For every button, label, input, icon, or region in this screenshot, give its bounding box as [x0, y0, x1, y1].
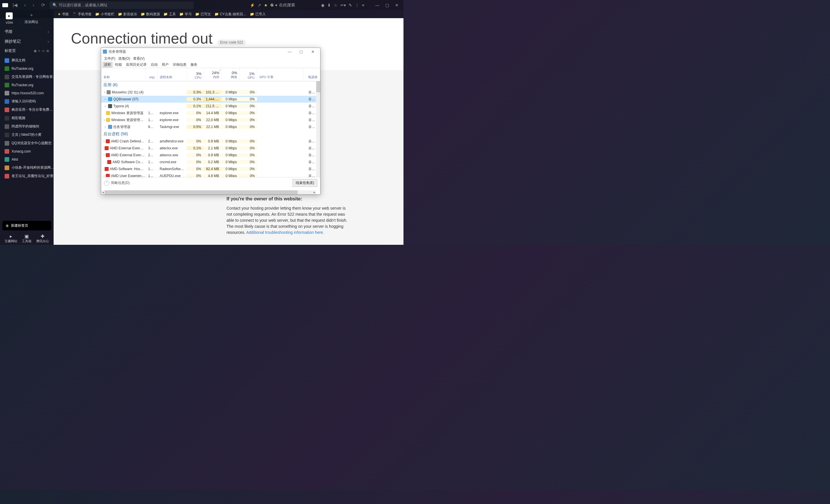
- tm-process-row[interactable]: AMD External Even…3764atieclxx.exe0.1%2.…: [101, 145, 320, 152]
- tm-process-row[interactable]: ›Windows 资源管理…11508explorer.exe0%22.0 MB…: [101, 117, 320, 123]
- view-icon-3[interactable]: ▭: [42, 49, 45, 53]
- bookmark-item[interactable]: 📁影音娱乐: [118, 12, 137, 17]
- download-icon[interactable]: ⬇: [327, 3, 331, 7]
- menu-icon[interactable]: ≡: [362, 3, 364, 7]
- fav-icon[interactable]: ☆: [334, 3, 338, 7]
- sidebar-section-notes[interactable]: 摘抄笔记›: [0, 37, 54, 46]
- more-icon[interactable]: ⋮: [355, 3, 359, 7]
- address-bar[interactable]: 🔍 可以进行搜索，或者输入网址: [50, 1, 194, 9]
- bottom-bar-item[interactable]: ▸宝藏网站: [5, 233, 17, 243]
- sidebar-item[interactable]: 主页 | Nite07的小窝: [0, 131, 54, 139]
- sidebar-item[interactable]: 阿虚同学的储物间: [0, 122, 54, 131]
- bookmark-item[interactable]: ★书签: [58, 12, 69, 17]
- th-name[interactable]: 名称: [101, 68, 146, 81]
- nav-back[interactable]: ‹: [22, 1, 28, 9]
- sidebar-item[interactable]: 请输入访问密码: [0, 97, 54, 105]
- tm-process-row[interactable]: ›任务管理器8976Taskmgr.exe0.5%22.1 MB0 Mbps0%…: [101, 123, 320, 130]
- th-cpu[interactable]: 3%CPU: [187, 68, 204, 81]
- tm-tab[interactable]: 应用历史记录: [124, 62, 149, 68]
- view-icon-4[interactable]: ⊞: [46, 49, 49, 53]
- th-mem[interactable]: 24%内存: [204, 68, 222, 81]
- sidebar-item[interactable]: Xunacg.com: [0, 147, 54, 155]
- sidebar-item[interactable]: 精彩视频: [0, 114, 54, 122]
- view-icon-2[interactable]: ≡: [38, 49, 40, 53]
- edit-icon[interactable]: ✎: [349, 3, 352, 7]
- sidebar-item[interactable]: https://xxxxx520.com: [0, 89, 54, 97]
- sidebar-item[interactable]: 老王论坛_原魔性论坛_好资…: [0, 172, 54, 180]
- th-gpueng[interactable]: GPU 引擎: [257, 68, 303, 81]
- bookmark-item[interactable]: 📁数码资源: [141, 12, 160, 17]
- sidebar-toggle[interactable]: |◀: [10, 1, 20, 9]
- window-minimize[interactable]: —: [373, 3, 382, 7]
- bookmark-item[interactable]: 📁CY合集·抽奖回…: [215, 12, 247, 17]
- tm-process-row[interactable]: ›QQBrowser (37)0.3%1,444.7 …0 Mbps0%非常低: [101, 96, 320, 103]
- tm-end-task-button[interactable]: 结束任务(E): [292, 179, 317, 187]
- th-net[interactable]: 0%网络: [222, 68, 240, 81]
- bookmark-star-icon[interactable]: ★: [264, 3, 268, 7]
- scissors-icon[interactable]: ✂▾: [340, 3, 346, 7]
- tm-scrollbar-h[interactable]: [101, 190, 316, 194]
- view-icon-1[interactable]: ▦: [34, 49, 37, 53]
- tm-process-row[interactable]: AMD Software: Hos…10164RadeonSoftware.e……: [101, 165, 320, 172]
- tm-scrollbar-v[interactable]: [316, 81, 320, 177]
- sidebar-item[interactable]: 交流岛资源网 - 专注网络资…: [0, 73, 54, 81]
- bookmark-item[interactable]: 📁工具: [163, 12, 176, 17]
- tm-process-row[interactable]: Windows 资源管理器11364explorer.exe0%14.4 MB0…: [101, 109, 320, 117]
- th-pid[interactable]: PID: [146, 68, 157, 81]
- bookmark-item[interactable]: 📱手机书签: [72, 12, 92, 17]
- tm-menu-item[interactable]: 文件(F): [103, 56, 117, 62]
- tm-minimize[interactable]: —: [284, 50, 295, 54]
- sidebar-item[interactable]: RuTracker.org: [0, 81, 54, 89]
- nav-forward[interactable]: ›: [30, 1, 36, 9]
- tm-tab[interactable]: 性能: [113, 62, 124, 68]
- tm-group-header[interactable]: 应用 (6): [101, 81, 320, 89]
- tm-titlebar[interactable]: 任务管理器 — ▢ ✕: [101, 48, 320, 55]
- tm-process-row[interactable]: AMD Software Co…10748cncmd.exe0%0.2 MB0 …: [101, 159, 320, 165]
- tm-tab[interactable]: 服务: [189, 62, 199, 68]
- tm-menu-item[interactable]: 查看(V): [132, 56, 146, 62]
- window-close[interactable]: ✕: [392, 3, 401, 7]
- profile-icon[interactable]: ◉: [321, 3, 324, 7]
- tm-process-row[interactable]: ›Typora (4)0.1%211.5 MB0 Mbps0%非常低: [101, 103, 320, 109]
- bookmark-item[interactable]: 📁小书签栏: [95, 12, 115, 17]
- sidebar-tab-list: 腾讯文档RuTracker.org交流岛资源网 - 专注网络资…RuTracke…: [0, 55, 54, 181]
- sidebar-item[interactable]: 小纸条-开放纯粹的资源网…: [0, 163, 54, 172]
- tm-process-row[interactable]: ›AMD Crash Defend…2184amdfendrsr.exe0%0.…: [101, 138, 320, 145]
- troubleshoot-link[interactable]: Additional troubleshooting information h…: [246, 230, 324, 235]
- tm-close[interactable]: ✕: [307, 50, 318, 54]
- share-icon[interactable]: ↗: [258, 3, 261, 7]
- sidebar-item[interactable]: 腾讯文档: [0, 56, 54, 65]
- th-pname[interactable]: 进程名称: [157, 68, 187, 81]
- bookmark-item[interactable]: 📁已写文: [195, 12, 211, 17]
- sidebar-item[interactable]: Alist: [0, 155, 54, 163]
- pinned-tab[interactable]: ▸ v2ex: [6, 12, 13, 25]
- bookmark-item[interactable]: 📁已导入: [250, 12, 266, 17]
- tm-fewer-details[interactable]: ˄ 简略信息(D): [104, 181, 130, 186]
- th-power[interactable]: 电源使: [303, 68, 320, 81]
- window-maximize[interactable]: ▢: [383, 3, 391, 7]
- bottom-bar-item[interactable]: ✚腾讯办公: [36, 233, 49, 243]
- tm-tab[interactable]: 进程: [102, 62, 113, 68]
- search-engine[interactable]: G ▾ 在此搜索: [270, 3, 295, 8]
- tm-maximize[interactable]: ▢: [295, 50, 307, 54]
- tm-process-row[interactable]: ›MouseInc (32 位) (4)0.3%101.3 MB0 Mbps0%…: [101, 89, 320, 96]
- tm-process-row[interactable]: ›AMD External Even…2176atiesrxx.exe0%0.9…: [101, 152, 320, 159]
- sidebar-section-bookmarks[interactable]: 书签›: [0, 27, 54, 37]
- sidebar-item[interactable]: 枫音应用 - 专注分享免费…: [0, 105, 54, 114]
- tm-menu-item[interactable]: 选项(O): [117, 56, 131, 62]
- bookmark-item[interactable]: 📁学习: [179, 12, 192, 17]
- nav-reload[interactable]: ⟳: [39, 1, 47, 9]
- tm-tab[interactable]: 详细信息: [171, 62, 188, 68]
- tm-tab[interactable]: 启动: [149, 62, 159, 68]
- tm-tab[interactable]: 用户: [160, 62, 170, 68]
- tm-process-row[interactable]: ›AMD User Experien…11352AUEPDU.exe0%4.9 …: [101, 172, 320, 177]
- sidebar-item[interactable]: RuTracker.org: [0, 65, 54, 73]
- sidebar-item[interactable]: QQ浏览器安全中心提醒您: [0, 139, 54, 147]
- bolt-icon[interactable]: ⚡: [250, 3, 255, 7]
- tm-group-header[interactable]: 后台进程 (58): [101, 130, 320, 138]
- th-gpu[interactable]: 1%GPU: [240, 68, 257, 81]
- browser-logo: [2, 3, 8, 7]
- add-tab[interactable]: + 添加网址: [25, 12, 38, 25]
- bottom-bar-item[interactable]: ▣工具箱: [22, 233, 31, 243]
- new-tab-button[interactable]: ⊕ 新建标签页: [2, 221, 51, 230]
